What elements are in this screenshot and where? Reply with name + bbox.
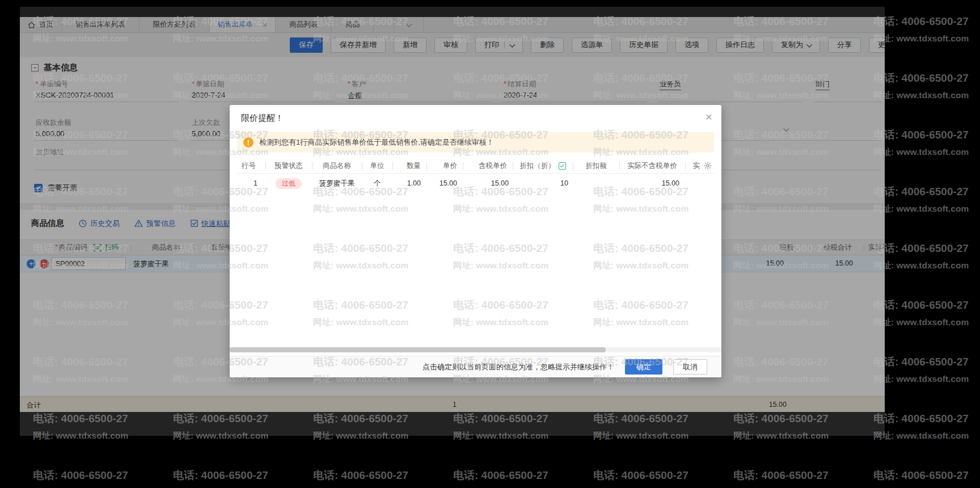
watermark-tile: 电话: 4006-6500-27网址: www.tdxsoft.com: [873, 128, 969, 158]
warning-circle-icon: !: [243, 137, 254, 148]
discount-checkbox-icon[interactable]: [559, 162, 566, 170]
col-discount-amount: 折扣额: [573, 158, 619, 173]
confirm-button[interactable]: 确定: [625, 359, 662, 375]
discount-cell: 10: [513, 174, 573, 193]
horizontal-scrollbar[interactable]: [230, 347, 721, 352]
watermark-tile: 电话: 4006-6500-27网址: www.tdxsoft.com: [873, 411, 969, 442]
tax-price-cell: 15.00: [463, 174, 513, 193]
warning-banner: ! 检测到您有1行商品实际销售单价低于最低销售价,请确定是否继续审核！: [237, 132, 714, 153]
modal-table-header: 行号 预警状态 商品名称 单位 数量 单价 含税单价 折扣（折） 折扣额 实际不…: [237, 158, 714, 174]
watermark-tile: 电话: 4006-6500-27网址: www.tdxsoft.com: [873, 468, 969, 488]
col-unit: 单位: [362, 158, 392, 173]
watermark-tile: 电话: 4006-6500-27网址: www.tdxsoft.com: [873, 14, 969, 45]
watermark-tile: 电话: 4006-6500-27网址: www.tdxsoft.com: [873, 241, 969, 272]
watermark-tile: 电话: 4006-6500-27网址: www.tdxsoft.com: [593, 468, 688, 488]
name-cell: 菠萝蜜干果: [312, 174, 362, 193]
modal-header: 限价提醒！ ×: [230, 105, 721, 131]
col-product-name: 商品名称: [312, 158, 362, 173]
gear-icon[interactable]: [704, 162, 712, 170]
app-window: 首页 销售出库单列表 限价方案列表 销售出库单 × 商品列表 商品: [20, 7, 885, 436]
watermark-tile: 电话: 4006-6500-27网址: www.tdxsoft.com: [33, 468, 128, 488]
screen: 首页 销售出库单列表 限价方案列表 销售出库单 × 商品列表 商品: [0, 0, 980, 488]
modal-close-icon[interactable]: ×: [706, 111, 712, 123]
discount-amount-cell: [573, 174, 619, 193]
watermark-tile: 电话: 4006-6500-27网址: www.tdxsoft.com: [313, 468, 408, 488]
col-truncated: 实: [685, 158, 714, 173]
modal-footer: 点击确定则以当前页面的信息为准，忽略提示并继续操作！ 确定 取消: [230, 356, 721, 377]
col-actual-price: 实际不含税单价: [619, 158, 685, 173]
col-warning-status: 预警状态: [265, 158, 312, 173]
status-badge: 过低: [276, 178, 302, 189]
watermark-tile: 电话: 4006-6500-27网址: www.tdxsoft.com: [873, 184, 969, 215]
truncated-cell: [685, 174, 714, 193]
unit-cell: 个: [362, 174, 392, 193]
col-qty: 数量: [392, 158, 426, 173]
watermark-tile: 电话: 4006-6500-27网址: www.tdxsoft.com: [453, 468, 548, 488]
status-cell: 过低: [265, 174, 312, 193]
col-discount: 折扣（折）: [513, 158, 573, 173]
qty-cell: 1.00: [392, 174, 426, 193]
modal-table-row[interactable]: 1 过低 菠萝蜜干果 个 1.00 15.00 15.00 10 15.00: [237, 174, 714, 193]
watermark-tile: 电话: 4006-6500-27网址: www.tdxsoft.com: [733, 468, 829, 488]
watermark-tile: 电话: 4006-6500-27网址: www.tdxsoft.com: [873, 298, 969, 329]
line-no-cell: 1: [237, 174, 265, 193]
col-price: 单价: [426, 158, 463, 173]
warning-text: 检测到您有1行商品实际销售单价低于最低销售价,请确定是否继续审核！: [259, 137, 494, 148]
price-cell: 15.00: [426, 174, 463, 193]
watermark-tile: 电话: 4006-6500-27网址: www.tdxsoft.com: [873, 355, 969, 385]
price-limit-modal: 限价提醒！ × ! 检测到您有1行商品实际销售单价低于最低销售价,请确定是否继续…: [230, 105, 721, 377]
actual-price-cell: 15.00: [619, 174, 685, 193]
modal-title: 限价提醒！: [241, 113, 284, 124]
col-tax-price: 含税单价: [463, 158, 513, 173]
footer-hint: 点击确定则以当前页面的信息为准，忽略提示并继续操作！: [423, 362, 614, 372]
cancel-button[interactable]: 取消: [673, 359, 707, 375]
watermark-tile: 电话: 4006-6500-27网址: www.tdxsoft.com: [173, 468, 268, 488]
scrollbar-thumb[interactable]: [230, 347, 606, 352]
col-line-no: 行号: [237, 158, 265, 173]
watermark-tile: 电话: 4006-6500-27网址: www.tdxsoft.com: [873, 71, 969, 102]
